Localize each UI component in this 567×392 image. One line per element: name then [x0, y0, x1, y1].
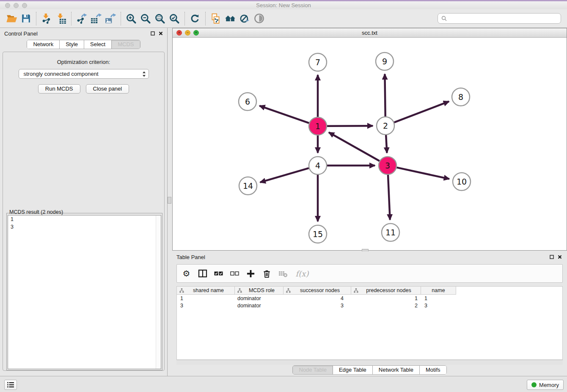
column-header-successor-nodes[interactable]: successor nodes	[284, 287, 351, 294]
split-view-icon[interactable]	[197, 268, 208, 279]
window-titlebar: Session: New Session	[0, 0, 567, 9]
graph-edge-2-3[interactable]	[386, 135, 387, 153]
trash-icon[interactable]	[261, 268, 272, 279]
graph-node-label: 4	[315, 161, 320, 170]
table-row[interactable]: 1 dominator 4 1 1	[177, 295, 562, 302]
graph-edge-3-10[interactable]	[396, 168, 449, 179]
cell-shared-name[interactable]: 3	[177, 303, 235, 309]
export-image-icon[interactable]	[103, 11, 118, 26]
gear-icon[interactable]: ⚙	[181, 268, 192, 279]
tab-select[interactable]: Select	[84, 40, 112, 49]
column-header-name[interactable]: name	[421, 287, 456, 294]
houses-icon[interactable]	[223, 11, 237, 26]
graph-node-label: 14	[243, 181, 253, 190]
mcds-result-list[interactable]: 1 3	[8, 215, 161, 369]
graph-node-15[interactable]: 15	[309, 225, 327, 243]
cell-mcds-role[interactable]: dominator	[235, 295, 284, 301]
run-mcds-button[interactable]: Run MCDS	[38, 84, 80, 94]
duplicate-network-icon[interactable]	[209, 11, 223, 26]
cell-name[interactable]: 1	[421, 295, 456, 301]
tab-edge-table[interactable]: Edge Table	[333, 366, 373, 374]
eye-icon[interactable]	[252, 11, 266, 26]
tab-motifs[interactable]: Motifs	[420, 366, 446, 374]
cell-name[interactable]: 3	[421, 303, 456, 309]
open-session-icon[interactable]	[4, 11, 19, 26]
cell-shared-name[interactable]: 1	[177, 295, 235, 301]
cell-successor-nodes[interactable]: 4	[284, 295, 351, 301]
graph-edge-1-2[interactable]	[327, 126, 373, 126]
table-row[interactable]: 3 dominator 3 2 3	[177, 302, 562, 309]
graph-edge-3-11[interactable]	[388, 175, 390, 220]
graph-node-1[interactable]: 1	[309, 117, 327, 135]
export-network-icon[interactable]	[74, 11, 89, 26]
column-header-mcds-role[interactable]: MCDS role	[235, 287, 284, 294]
control-panel-header: Control Panel	[0, 28, 167, 39]
mcds-panel: Optimization criterion: strongly connect…	[3, 52, 165, 371]
graph-node-6[interactable]: 6	[239, 93, 256, 110]
result-scrollbar[interactable]	[156, 215, 161, 369]
zoom-out-icon[interactable]	[138, 11, 153, 26]
table-tabbar: Node Table Edge Table Network Table Moti…	[292, 365, 446, 375]
table-panel: Table Panel ⚙	[172, 251, 567, 376]
graph-node-8[interactable]: 8	[452, 88, 470, 106]
graph-node-11[interactable]: 11	[382, 224, 399, 241]
float-panel-icon[interactable]	[151, 31, 155, 36]
graph-node-9[interactable]: 9	[376, 52, 394, 70]
search-input[interactable]	[449, 15, 557, 22]
graph-edge-2-8[interactable]	[394, 102, 449, 122]
refresh-view-icon[interactable]	[188, 11, 202, 26]
function-builder-icon[interactable]: f(x)	[294, 268, 311, 279]
memory-button[interactable]: Memory	[527, 380, 564, 390]
dropdown-stepper-icon	[142, 71, 146, 77]
graph-edge-2-9[interactable]	[385, 74, 385, 116]
criterion-dropdown[interactable]: strongly connected component	[19, 69, 149, 79]
graph-node-4[interactable]: 4	[309, 157, 327, 174]
import-network-icon[interactable]	[39, 11, 54, 26]
network-window-titlebar[interactable]: × − + scc.txt	[173, 28, 567, 38]
close-panel-button[interactable]: Close panel	[86, 84, 129, 94]
add-column-icon[interactable]	[245, 268, 256, 279]
graphics-details-icon[interactable]	[237, 11, 252, 26]
save-session-icon[interactable]	[19, 11, 33, 26]
tab-style[interactable]: Style	[60, 40, 84, 49]
graph-node-10[interactable]: 10	[453, 173, 471, 190]
graph-node-3[interactable]: 3	[379, 157, 396, 174]
vertical-splitter-handle[interactable]	[168, 197, 171, 204]
task-history-button[interactable]	[4, 380, 17, 390]
graph-node-label: 9	[382, 57, 387, 66]
graph-node-7[interactable]: 7	[309, 53, 327, 71]
cell-predecessor-nodes[interactable]: 2	[351, 303, 421, 309]
graph-node-2[interactable]: 2	[377, 117, 394, 135]
tab-mcds[interactable]: MCDS	[112, 40, 140, 49]
cell-successor-nodes[interactable]: 3	[284, 303, 351, 309]
zoom-fit-icon[interactable]	[153, 11, 167, 26]
tab-network-table[interactable]: Network Table	[373, 366, 420, 374]
graph-edge-4-14[interactable]	[260, 168, 309, 182]
graph-node-label: 11	[385, 228, 396, 237]
close-panel-icon[interactable]	[159, 31, 163, 36]
delete-table-icon[interactable]	[278, 268, 288, 279]
network-canvas[interactable]: 7968124314101511	[173, 38, 567, 250]
deselect-checkboxes-icon[interactable]	[229, 268, 240, 279]
zoom-in-icon[interactable]	[124, 11, 138, 26]
graph-edge-3-1[interactable]	[329, 133, 380, 161]
graph-node-label: 1	[315, 121, 320, 131]
cell-predecessor-nodes[interactable]: 1	[351, 295, 421, 301]
import-table-icon[interactable]	[54, 11, 68, 26]
zoom-selected-icon[interactable]	[167, 11, 182, 26]
graph-edge-1-6[interactable]	[259, 106, 309, 123]
close-panel-icon[interactable]	[558, 255, 562, 259]
tab-network[interactable]: Network	[27, 40, 60, 49]
export-table-icon[interactable]	[89, 11, 103, 26]
float-panel-icon[interactable]	[550, 255, 554, 259]
column-header-predecessor-nodes[interactable]: predecessor nodes	[351, 287, 421, 294]
table-hscrollbar-track[interactable]	[176, 360, 563, 365]
cell-mcds-role[interactable]: dominator	[235, 303, 284, 309]
network-graph[interactable]: 7968124314101511	[173, 38, 567, 250]
search-field[interactable]	[438, 13, 561, 24]
tab-node-table[interactable]: Node Table	[293, 366, 333, 374]
column-header-shared-name[interactable]: shared name	[177, 287, 235, 294]
select-all-checkboxes-icon[interactable]	[213, 268, 224, 279]
network-window-title: scc.txt	[173, 30, 567, 36]
graph-node-14[interactable]: 14	[239, 177, 257, 195]
